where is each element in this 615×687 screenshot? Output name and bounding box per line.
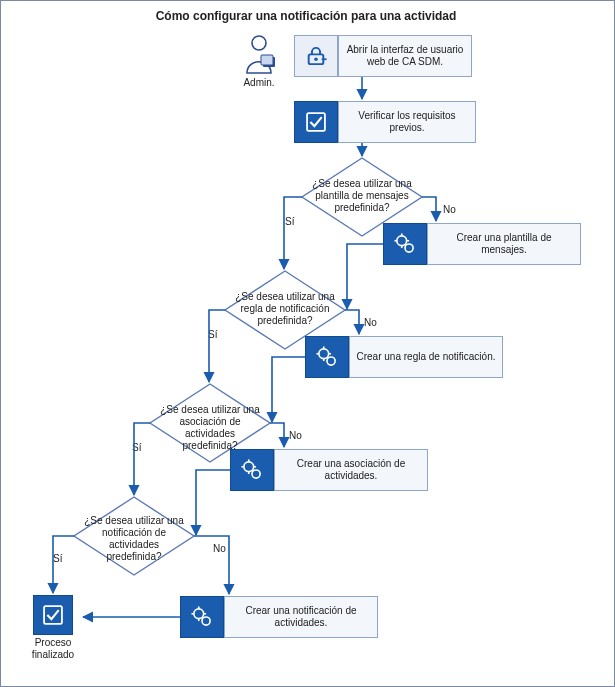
- connectors: [1, 1, 615, 687]
- flowchart: Cómo configurar una notificación para un…: [0, 0, 615, 687]
